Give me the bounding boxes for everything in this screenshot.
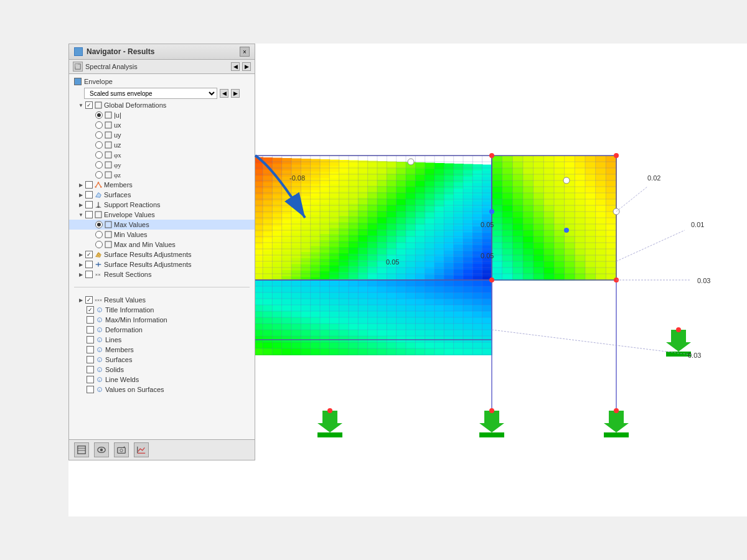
checkbox-max-min-information[interactable] bbox=[87, 316, 94, 324]
checkbox-values-on-surfaces[interactable] bbox=[85, 271, 93, 278]
tree-item-envelope-values[interactable]: ▼ Envelope Values bbox=[69, 210, 255, 220]
tree-item-phiy[interactable]: φy bbox=[69, 160, 255, 170]
solids-icon: i bbox=[95, 365, 104, 374]
tree-item-surface-results-adj[interactable]: ▶ Surface Results Adjustments bbox=[69, 250, 255, 259]
visibility-btn[interactable] bbox=[94, 442, 109, 457]
tree-item-phix[interactable]: φx bbox=[69, 150, 255, 160]
tree-item-values-on-surfaces[interactable]: ▶ ×× Result Sections bbox=[69, 269, 255, 279]
tree-item-lines[interactable]: i Lines bbox=[69, 335, 255, 345]
svg-rect-21 bbox=[105, 241, 111, 248]
tree-item-global-deformations[interactable]: ▼ Global Deformations bbox=[69, 100, 255, 110]
tree-item-surfaces[interactable]: ▶ Surfaces bbox=[69, 190, 255, 200]
svg-rect-46 bbox=[78, 446, 85, 454]
tree-item-result-values[interactable]: ▶ ××× Result Values bbox=[69, 295, 255, 305]
nav-next-button[interactable]: ▶ bbox=[242, 62, 251, 71]
nav-prev-button[interactable]: ◀ bbox=[231, 62, 240, 71]
radio-max-values[interactable] bbox=[95, 221, 103, 228]
checkbox-solids[interactable] bbox=[87, 366, 94, 373]
tree-item-uy[interactable]: uy bbox=[69, 130, 255, 140]
expand-icon-members: ▶ bbox=[78, 182, 84, 188]
label-max-min-information: Max/Min Information bbox=[105, 316, 167, 324]
lines-icon: i bbox=[95, 335, 104, 344]
tree-item-values-on-surfaces-result[interactable]: i Values on Surfaces bbox=[69, 385, 255, 394]
expand-icon-result-values: ▶ bbox=[78, 297, 84, 303]
checkbox-line-welds[interactable] bbox=[87, 376, 94, 383]
svg-marker-22 bbox=[96, 253, 101, 258]
checkbox-surfaces[interactable] bbox=[85, 191, 93, 198]
tree-item-max-min-values[interactable]: Max and Min Values bbox=[69, 240, 255, 250]
svg-text:i: i bbox=[99, 368, 100, 372]
camera-btn[interactable] bbox=[114, 442, 129, 457]
envelope-label: Envelope bbox=[84, 78, 113, 85]
radio-phix[interactable] bbox=[95, 151, 103, 159]
svg-rect-8 bbox=[105, 152, 111, 158]
tree-item-max-values[interactable]: Max Values bbox=[69, 220, 255, 230]
tree-item-solids[interactable]: i Solids bbox=[69, 365, 255, 375]
tree-item-support-reactions[interactable]: ▶ Support Reactions bbox=[69, 200, 255, 210]
envelope-values-icon bbox=[94, 210, 103, 219]
checkbox-deformation[interactable] bbox=[87, 326, 94, 334]
tree-item-u-abs[interactable]: |u| bbox=[69, 110, 255, 120]
envelope-checkbox[interactable] bbox=[74, 78, 82, 85]
radio-phiy[interactable] bbox=[95, 161, 103, 169]
checkbox-support-reactions[interactable] bbox=[85, 201, 93, 208]
dropdown-prev-btn[interactable]: ◀ bbox=[220, 89, 228, 98]
checkbox-members-result[interactable] bbox=[87, 346, 94, 353]
tree-item-title-information[interactable]: i Title Information bbox=[69, 305, 255, 315]
tree-item-min-values[interactable]: Min Values bbox=[69, 230, 255, 240]
tree-item-max-min-information[interactable]: i Max/Min Information bbox=[69, 315, 255, 325]
tree-item-deformation[interactable]: i Deformation bbox=[69, 325, 255, 335]
checkbox-surface-results-adj[interactable] bbox=[85, 251, 93, 258]
label-members: Members bbox=[104, 181, 133, 189]
chart-btn[interactable] bbox=[134, 442, 149, 457]
tree-item-ux[interactable]: ux bbox=[69, 120, 255, 130]
radio-uy[interactable] bbox=[95, 131, 103, 139]
radio-uz[interactable] bbox=[95, 141, 103, 149]
radio-phiz[interactable] bbox=[95, 171, 103, 179]
tree-item-phiz[interactable]: φz bbox=[69, 170, 255, 180]
envelope-dropdown[interactable]: Scaled sums envelope SRSS envelope CQC e… bbox=[84, 88, 217, 99]
tree-item-uz[interactable]: uz bbox=[69, 140, 255, 150]
radio-min-values[interactable] bbox=[95, 231, 103, 238]
values-on-surfaces-result-icon: i bbox=[95, 385, 104, 394]
ux-icon bbox=[104, 121, 113, 129]
envelope-dropdown-row: Scaled sums envelope SRSS envelope CQC e… bbox=[69, 86, 255, 100]
navigator-btn[interactable] bbox=[74, 442, 89, 457]
checkbox-surfaces-result[interactable] bbox=[87, 356, 94, 363]
max-values-icon bbox=[104, 220, 113, 229]
navigator-close-button[interactable]: × bbox=[240, 47, 250, 57]
svg-text:i: i bbox=[99, 348, 100, 352]
svg-rect-2 bbox=[75, 64, 78, 67]
radio-ux[interactable] bbox=[95, 121, 103, 129]
label-surfaces-result: Surfaces bbox=[105, 356, 132, 363]
checkbox-lines[interactable] bbox=[87, 336, 94, 343]
dropdown-next-btn[interactable]: ▶ bbox=[231, 89, 240, 98]
tree-item-line-welds[interactable]: i Line Welds bbox=[69, 375, 255, 385]
radio-max-min-values[interactable] bbox=[95, 241, 103, 248]
uz-icon bbox=[104, 141, 113, 149]
svg-rect-4 bbox=[105, 112, 111, 118]
uy-icon bbox=[104, 131, 113, 139]
label-global-deformations: Global Deformations bbox=[104, 101, 166, 109]
radio-u-abs[interactable] bbox=[95, 111, 103, 119]
svg-point-13 bbox=[100, 186, 102, 188]
checkbox-title-information[interactable] bbox=[87, 306, 94, 314]
checkbox-values-on-surfaces-result[interactable] bbox=[87, 386, 94, 393]
result-values-icon: ××× bbox=[94, 296, 103, 304]
svg-rect-3 bbox=[95, 102, 101, 108]
checkbox-members[interactable] bbox=[85, 181, 93, 189]
tree-item-members[interactable]: ▶ Members bbox=[69, 180, 255, 190]
deformations-icon bbox=[94, 101, 103, 110]
checkbox-result-sections[interactable] bbox=[85, 261, 93, 268]
svg-point-50 bbox=[100, 449, 103, 451]
checkbox-global-deformations[interactable] bbox=[85, 101, 93, 109]
svg-text:i: i bbox=[99, 338, 100, 342]
tree-item-members-result[interactable]: i Members bbox=[69, 345, 255, 355]
tree-item-surfaces-result[interactable]: i Surfaces bbox=[69, 355, 255, 365]
svg-rect-6 bbox=[105, 132, 111, 138]
checkbox-envelope-values[interactable] bbox=[85, 211, 93, 218]
checkbox-result-values[interactable] bbox=[85, 296, 93, 304]
expand-icon-surface-results-adj: ▶ bbox=[78, 251, 84, 258]
svg-text:×××: ××× bbox=[95, 298, 102, 302]
tree-item-result-sections[interactable]: ▶ Surface Results Adjustments bbox=[69, 259, 255, 269]
